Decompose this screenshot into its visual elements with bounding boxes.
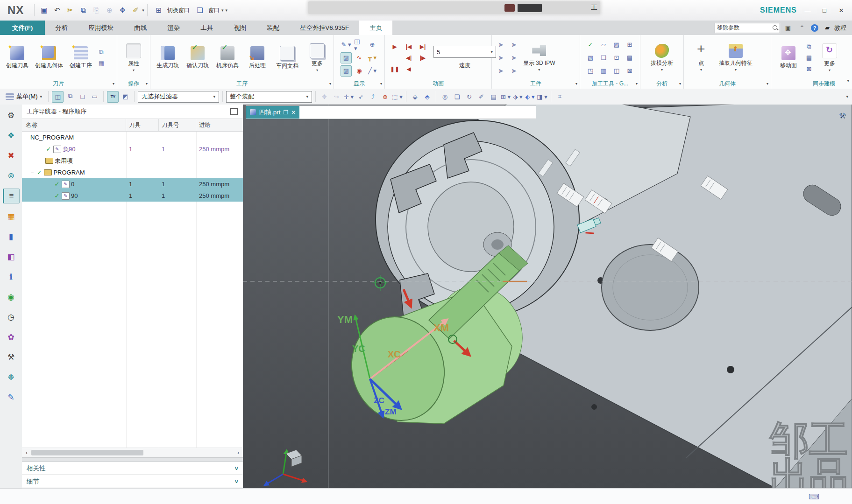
snap-point-icon[interactable]: ⤴ [368,91,378,102]
graphics-viewport[interactable]: YM YC XM XC ZC ZM [243,105,852,488]
selection-scope-icon[interactable]: TY [107,91,119,103]
ipw-option-icon[interactable]: ➤ [511,54,517,62]
display-option-icon[interactable]: ╱ ▾ [367,66,377,76]
create-tool-button[interactable]: 创建刀具 [3,45,32,70]
display-option-icon[interactable]: ┳ ▾ [367,53,377,63]
speed-select[interactable]: 5 ▾ [433,46,496,58]
navigator-row[interactable]: − PROGRAM [22,167,243,178]
group-label-workpiece[interactable]: 工件▾ [492,78,580,89]
column-header-name[interactable]: 名称 [22,119,126,131]
minimize-ribbon-icon[interactable]: ⌃ [797,23,807,33]
ribbon-tab[interactable]: 分析 [45,21,78,35]
selection-filter-select[interactable]: 无选择过滤器 ▾ [138,91,219,103]
shaded-cube-icon[interactable]: ⬙ [410,91,420,102]
part-tab[interactable]: 四轴.prt ❐ ✕ [246,106,299,119]
insert-mini-icon-2[interactable]: ▦ [97,59,106,68]
snap-point-icon[interactable]: ⬚ ▾ [392,91,403,102]
show-3d-ipw-button[interactable]: 显示 3D IPW ▾ [521,43,558,73]
view-option-icon[interactable]: ▤ [488,91,499,102]
command-search-input[interactable] [715,23,780,33]
navigator-row[interactable]: 负90 1 1 250 mmpm [22,143,243,155]
machine-bore-hole[interactable] [602,245,699,330]
machining-tool-icon[interactable]: ▥ [598,66,609,76]
undock-panel-icon[interactable] [230,108,238,115]
group-label-operation[interactable]: 操作▾ [117,78,150,89]
view-option-icon[interactable]: ◨ ▾ [537,91,547,102]
quick-access-icon[interactable]: ↶ [51,5,63,16]
viewport-tool-icon[interactable]: ⚒ [839,111,845,120]
point-button[interactable]: 点 ▾ [687,43,716,73]
search-icon[interactable] [772,24,779,32]
help-icon[interactable]: ? [811,24,818,32]
view-option-icon[interactable]: ◎ [440,91,450,102]
animation-transport-icon[interactable]: ◀ [406,66,411,72]
machining-tool-icon[interactable]: ⊞ [625,40,635,50]
tutorial-button[interactable]: ▰ 教程 [822,23,846,33]
selection-group-icon[interactable]: ◻ [77,91,88,102]
navigator-row[interactable]: 未用项 [22,155,243,167]
resource-bar-icon[interactable]: ℹ [4,270,19,284]
close-part-icon[interactable]: ✕ [291,109,296,116]
create-geometry-button[interactable]: 创建几何体 [33,45,65,70]
machining-tool-icon[interactable]: ⊡ [611,53,622,63]
display-option-icon[interactable]: ✎ ▾ [341,40,351,50]
move-face-button[interactable]: 移动面 [774,45,803,70]
verify-toolpath-button[interactable]: 确认刀轨 [183,45,212,70]
toolbar2-overflow-icon[interactable]: ▾ [846,94,852,99]
quick-access-icon[interactable]: ⎘ [91,5,102,16]
resource-bar-icon[interactable]: ⚒ [4,350,19,364]
minimize-button[interactable]: — [802,5,814,15]
display-option-icon[interactable]: ◫ ▾ [354,40,364,50]
resource-bar-icon[interactable]: ✖ [4,148,19,162]
machine-simulation-button[interactable]: 机床仿真 [213,45,242,70]
display-option-icon[interactable]: ◉ [354,66,364,76]
tree-expander[interactable]: − [31,170,34,175]
resource-bar-icon[interactable]: ❖ [4,128,19,142]
snap-point-icon[interactable]: ➶ [355,91,366,102]
insert-mini-icon-1[interactable]: ⧉ [97,48,106,56]
file-tab[interactable]: 文件(F) [0,21,45,35]
animation-transport-icon[interactable]: ▶| [420,43,426,50]
machining-tool-icon[interactable]: ❏ [598,53,609,63]
resource-bar-icon[interactable]: ⊚ [4,168,19,182]
column-header-feed[interactable]: 进给 [196,121,243,129]
resource-bar-icon[interactable]: ▮ [4,230,19,244]
ribbon-tab[interactable]: 曲线 [124,21,157,35]
properties-button[interactable]: 属性 ▾ [119,42,148,73]
scrollbar-thumb[interactable] [31,450,143,455]
sync-mini-icon-3[interactable]: ⊠ [805,65,813,73]
view-option-icon[interactable]: ⬗ ▾ [512,91,523,102]
machining-tool-icon[interactable]: ▱ [598,40,609,50]
viewport-scene[interactable]: YM YC XM XC ZC ZM [243,105,852,488]
postprocess-button[interactable]: 后处理 [243,45,272,70]
measure-icon[interactable]: ⌗ [554,91,565,102]
quick-access-icon[interactable]: ▣ [38,5,50,16]
resource-bar-icon[interactable]: ◉ [4,290,19,304]
ribbon-tab[interactable]: 应用模块 [78,21,124,35]
snap-point-icon[interactable]: ✛ ▾ [343,91,354,102]
ribbon-tab[interactable]: 渲染 [157,21,190,35]
group-label-display[interactable]: 显示▾ [334,78,384,89]
panel-splitter[interactable] [22,457,243,462]
shop-docs-button[interactable]: 车间文档 [273,45,302,71]
ribbon-overflow-icon[interactable]: ▾ [847,78,849,83]
window-menu-button[interactable]: ❏ 窗口 ▾ [193,5,224,16]
view-option-icon[interactable]: ↻ [464,91,475,102]
resource-bar-icon[interactable]: ✎ [4,390,19,404]
group-label-insert[interactable]: 刀片▾ [0,78,117,89]
switch-window-button[interactable]: ⊞ 切换窗口 [152,5,190,16]
display-option-icon[interactable]: ▨ [341,52,352,63]
selection-group-icon[interactable]: ◫ [52,91,64,103]
section-details[interactable]: 细节 ˅ [22,475,243,488]
machining-tool-icon[interactable]: ▤ [625,53,635,63]
ipw-option-icon[interactable]: ➤ [498,41,504,49]
horizontal-scrollbar[interactable]: ‹ › [22,448,243,457]
sync-mini-icon-1[interactable]: ⧉ [805,42,813,51]
command-finder-icon[interactable]: ▣ [783,23,793,33]
quick-access-icon[interactable]: ✥ [117,5,128,16]
quick-access-icon[interactable]: ⊕ [104,5,115,16]
machining-tool-icon[interactable]: ◳ [585,66,596,76]
scroll-left-icon[interactable]: ‹ [23,449,30,456]
ribbon-tab[interactable]: 装配 [256,21,290,35]
selection-group-icon[interactable]: ▭ [89,91,100,102]
